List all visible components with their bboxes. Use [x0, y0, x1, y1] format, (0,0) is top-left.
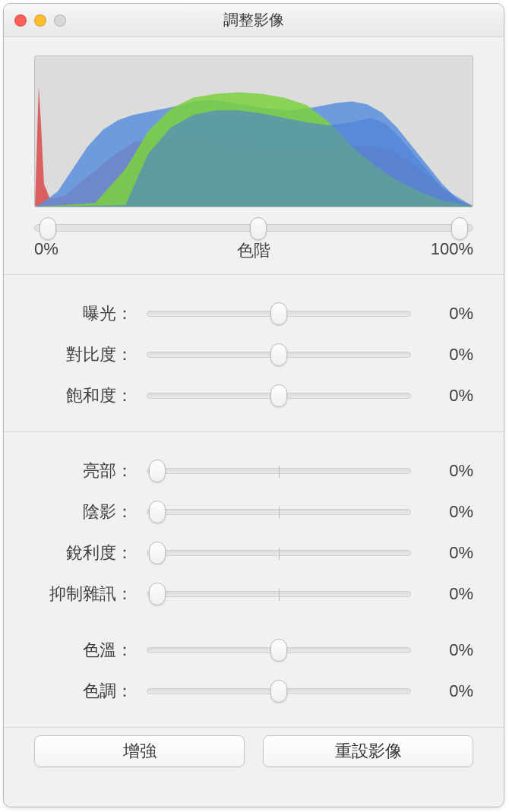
slider-noise-slider[interactable] [147, 591, 411, 597]
slider-tint-value: 0% [425, 681, 473, 701]
slider-saturation-label: 飽和度： [34, 384, 133, 407]
slider-sharpness-slider[interactable] [147, 550, 411, 556]
slider-highlights-slider[interactable] [147, 468, 411, 474]
slider-noise-thumb[interactable] [149, 583, 166, 605]
reset-button[interactable]: 重設影像 [263, 735, 473, 767]
slider-shadows-label: 陰影： [34, 501, 133, 523]
slider-contrast-thumb[interactable] [270, 343, 287, 366]
slider-highlights-value: 0% [425, 461, 473, 481]
slider-noise-label: 抑制雜訊： [34, 583, 133, 605]
slider-temperature-thumb[interactable] [270, 639, 287, 662]
slider-exposure: 曝光：0% [34, 293, 473, 334]
window-title: 調整影像 [4, 10, 504, 30]
histogram-section: 0% 色階 100% [4, 37, 504, 275]
levels-gamma-thumb[interactable] [250, 217, 267, 240]
slider-sharpness: 銳利度：0% [34, 532, 473, 573]
slider-shadows-value: 0% [425, 502, 473, 522]
slider-tint-slider[interactable] [147, 688, 411, 694]
enhance-button[interactable]: 增強 [34, 735, 245, 767]
slider-shadows-thumb[interactable] [149, 501, 166, 523]
levels-white-thumb[interactable] [451, 217, 468, 240]
slider-highlights: 亮部：0% [34, 450, 473, 491]
slider-saturation-value: 0% [425, 386, 473, 406]
slider-highlights-label: 亮部： [34, 460, 133, 482]
slider-exposure-label: 曝光： [34, 302, 133, 325]
slider-saturation-slider[interactable] [147, 393, 411, 399]
button-bar: 增強 重設影像 [4, 728, 504, 791]
slider-saturation: 飽和度：0% [34, 375, 473, 416]
levels-high-label: 100% [431, 239, 473, 259]
adjust-image-window: 調整影像 0% 色階 100% 曝光：0%對 [3, 3, 504, 807]
slider-temperature-slider[interactable] [147, 647, 411, 653]
slider-noise: 抑制雜訊：0% [34, 573, 473, 615]
slider-noise-value: 0% [425, 584, 473, 604]
slider-sharpness-thumb[interactable] [149, 542, 166, 564]
levels-low-label: 0% [34, 239, 58, 259]
slider-temperature-label: 色溫： [34, 639, 133, 662]
slider-contrast-value: 0% [425, 345, 473, 365]
slider-exposure-slider[interactable] [147, 311, 411, 317]
slider-saturation-thumb[interactable] [270, 384, 287, 407]
slider-temperature-value: 0% [425, 640, 473, 660]
slider-highlights-thumb[interactable] [149, 460, 166, 482]
titlebar: 調整影像 [4, 4, 504, 37]
slider-tint-thumb[interactable] [270, 680, 287, 703]
slider-sharpness-value: 0% [425, 543, 473, 563]
slider-shadows: 陰影：0% [34, 491, 473, 532]
slider-contrast: 對比度：0% [34, 334, 473, 375]
slider-sharpness-label: 銳利度： [34, 542, 133, 564]
slider-contrast-label: 對比度： [34, 343, 133, 366]
slider-exposure-thumb[interactable] [270, 302, 287, 325]
slider-temperature: 色溫：0% [34, 630, 473, 671]
slider-exposure-value: 0% [425, 304, 473, 324]
histogram [34, 55, 473, 207]
slider-tint-label: 色調： [34, 680, 133, 703]
slider-contrast-slider[interactable] [147, 352, 411, 358]
levels-slider[interactable] [34, 224, 473, 232]
detail-group: 亮部：0%陰影：0%銳利度：0%抑制雜訊：0%色溫：0%色調：0% [4, 432, 504, 728]
levels-black-thumb[interactable] [40, 217, 56, 240]
exposure-group: 曝光：0%對比度：0%飽和度：0% [4, 275, 504, 432]
slider-tint: 色調：0% [34, 671, 473, 712]
slider-shadows-slider[interactable] [147, 509, 411, 515]
levels-center-label: 色階 [237, 239, 270, 262]
